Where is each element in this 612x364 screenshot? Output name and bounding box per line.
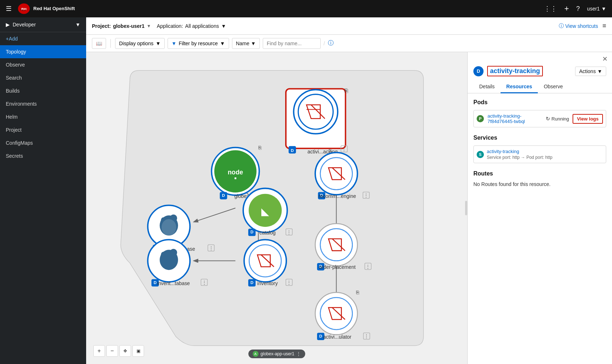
- external-link-icon: ⎘: [345, 87, 348, 94]
- bookmarks-button[interactable]: 📖: [92, 38, 106, 49]
- svg-text:RH: RH: [21, 7, 26, 11]
- svg-text:D: D: [319, 334, 322, 338]
- svg-text:⋮: ⋮: [287, 280, 291, 285]
- panel-content: Pods P activity-tracking-7f84d76445-twbq…: [468, 93, 612, 364]
- perspective-chevron-icon: ▼: [75, 22, 80, 27]
- running-spin-icon: ↻: [546, 116, 550, 122]
- main-layout: ▶ Developer ▼ +Add Topology Observe Sear…: [0, 0, 612, 364]
- svg-text:⎘: ⎘: [356, 289, 359, 295]
- svg-text:⋮: ⋮: [287, 230, 291, 235]
- perspective-icon: ▶: [6, 22, 10, 27]
- panel-tabs: Details Resources Observe: [468, 81, 612, 93]
- zoom-out-button[interactable]: −: [106, 345, 118, 357]
- grid-icon[interactable]: ⋮⋮: [544, 5, 557, 13]
- pods-title: Pods: [473, 99, 606, 106]
- app-group-more-icon: ⋮: [296, 351, 301, 356]
- svg-text:⎘: ⎘: [258, 145, 262, 151]
- brand: RH Red Hat OpenShift: [17, 2, 75, 15]
- hamburger-icon[interactable]: ☰: [6, 5, 12, 13]
- service-name[interactable]: activity-tracking: [487, 149, 603, 154]
- svg-text:⋮: ⋮: [366, 264, 370, 269]
- perspective-selector[interactable]: ▶ Developer ▼: [0, 17, 86, 32]
- panel-title: activity-tracking: [487, 66, 543, 76]
- svg-text:inventory: inventory: [257, 280, 278, 286]
- user-chevron-icon: ▼: [601, 6, 606, 12]
- navbar-right: ⋮⋮ + ? user1 ▼: [544, 4, 606, 13]
- sidebar-item-secrets[interactable]: Secrets: [0, 149, 86, 162]
- sidebar-item-topology[interactable]: Topology: [0, 45, 86, 58]
- close-panel-button[interactable]: ✕: [602, 55, 608, 63]
- toolbar: 📖 Display options ▼ ▼ Filter by resource…: [86, 35, 612, 52]
- pod-row: P activity-tracking-7f84d76445-twbql ↻ R…: [473, 110, 606, 127]
- actions-dropdown[interactable]: Actions ▼: [575, 67, 606, 76]
- app-label: Application:: [157, 23, 183, 29]
- app-group-label[interactable]: A globex-app-user1 ⋮: [248, 350, 305, 358]
- sidebar-item-helm[interactable]: Helm: [0, 110, 86, 123]
- name-filter-chevron-icon: ▼: [251, 41, 256, 46]
- search-divider: /: [324, 41, 325, 46]
- panel-header: D activity-tracking Actions ▼: [468, 66, 612, 81]
- sidebar-item-observe[interactable]: Observe: [0, 58, 86, 71]
- display-options-button[interactable]: Display options ▼: [115, 38, 165, 49]
- zoom-in-button[interactable]: +: [93, 345, 105, 357]
- filter-by-resource-button[interactable]: ▼ Filter by resource ▼: [168, 38, 229, 49]
- name-filter-label: Name: [236, 41, 249, 46]
- svg-text:⋮: ⋮: [342, 147, 346, 152]
- view-logs-button[interactable]: View logs: [573, 114, 603, 124]
- pod-status: ↻ Running: [546, 116, 569, 122]
- pod-name[interactable]: activity-tracking-7f84d76445-twbql: [488, 113, 542, 124]
- info-icon[interactable]: ⓘ: [328, 39, 334, 47]
- perspective-label: Developer: [13, 22, 36, 27]
- actions-chevron-icon: ▼: [597, 68, 602, 74]
- svg-text:⋮: ⋮: [202, 280, 207, 285]
- svg-text:recomm...engine: recomm...engine: [318, 193, 356, 199]
- question-icon[interactable]: ?: [576, 5, 580, 13]
- display-options-chevron-icon: ▼: [156, 41, 161, 46]
- sidebar-item-add[interactable]: +Add: [0, 32, 86, 45]
- svg-text:■: ■: [234, 176, 236, 180]
- tab-resources[interactable]: Resources: [501, 81, 538, 93]
- routes-empty-message: No Routes found for this resource.: [473, 181, 606, 187]
- project-name: globex-user1: [113, 23, 144, 29]
- project-chevron-icon: ▼: [147, 24, 151, 29]
- plus-icon[interactable]: +: [564, 4, 569, 13]
- topology-canvas[interactable]: ⎘ D activi...acking ⋮ node ■ ⎘: [86, 52, 467, 364]
- reset-view-button[interactable]: ✥: [119, 345, 131, 357]
- view-shortcuts-button[interactable]: ⓘ View shortcuts: [559, 23, 598, 29]
- fit-screen-button[interactable]: ▣: [132, 345, 144, 357]
- tab-details[interactable]: Details: [473, 81, 501, 93]
- user-menu[interactable]: user1 ▼: [587, 6, 606, 12]
- svg-text:activi...ulator: activi...ulator: [323, 334, 352, 340]
- brand-text: Red Hat OpenShift: [33, 6, 75, 11]
- svg-text:catalog: catalog: [259, 230, 276, 236]
- sidebar-item-project[interactable]: Project: [0, 123, 86, 136]
- sidebar-item-search[interactable]: Search: [0, 71, 86, 84]
- content-area: Project: globex-user1 ▼ Application: All…: [86, 17, 612, 364]
- pod-icon: P: [477, 115, 484, 122]
- svg-point-44: [161, 219, 176, 236]
- search-input[interactable]: [263, 38, 321, 49]
- display-options-label: Display options: [119, 41, 153, 46]
- navbar: ☰ RH Red Hat OpenShift ⋮⋮ + ? user1 ▼: [0, 0, 612, 17]
- pods-section: Pods P activity-tracking-7f84d76445-twbq…: [473, 99, 606, 127]
- tab-observe[interactable]: Observe: [538, 81, 569, 93]
- app-chevron-icon: ▼: [221, 23, 226, 29]
- sidebar-item-environments[interactable]: Environments: [0, 97, 86, 110]
- project-bar-right: ⓘ View shortcuts ≡: [559, 22, 606, 30]
- sidebar-item-configmaps[interactable]: ConfigMaps: [0, 136, 86, 149]
- svg-text:⋮: ⋮: [209, 246, 214, 251]
- panel-close-bar: ✕: [468, 52, 612, 66]
- project-selector[interactable]: Project: globex-user1 ▼: [92, 23, 151, 29]
- name-filter-dropdown[interactable]: Name ▼: [232, 38, 260, 49]
- panel-resize-handle[interactable]: [465, 201, 467, 215]
- svg-text:D: D: [153, 280, 156, 285]
- list-view-icon[interactable]: ≡: [602, 22, 606, 30]
- svg-point-60: [247, 242, 283, 279]
- app-group-icon: A: [253, 351, 258, 357]
- sidebar-item-builds[interactable]: Builds: [0, 84, 86, 97]
- app-selector[interactable]: Application: All applications ▼: [157, 23, 226, 29]
- service-row: S activity-tracking Service port: http →…: [473, 145, 606, 163]
- toolbar-divider: [110, 39, 111, 48]
- app-group-name: globex-app-user1: [261, 351, 294, 356]
- svg-point-88: [318, 295, 355, 332]
